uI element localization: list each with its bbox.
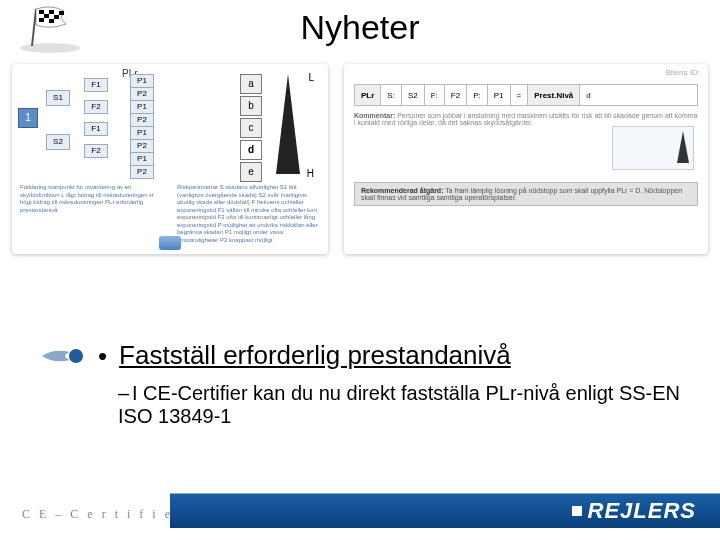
figure-pl-graph: PLr L H a b c d e 1 S1 S2 F1 F2 F1 F2 P1…	[12, 64, 328, 254]
legend-text: Förklaring startpunkt för utvärdering av…	[20, 184, 320, 244]
p-node: P2	[130, 87, 154, 101]
pl-b: b	[240, 96, 262, 116]
body-content: • Fastställ erforderlig prestandanivå –I…	[40, 340, 690, 428]
rec-label: Rekommenderad åtgärd:	[361, 187, 443, 194]
comment-label: Kommentar:	[354, 112, 395, 119]
cell-p-label: P:	[467, 85, 488, 105]
cell-eq: =	[511, 85, 529, 105]
pl-a: a	[240, 74, 262, 94]
card-b-heading: Bilens ID:	[666, 68, 700, 77]
figures-row: PLr L H a b c d e 1 S1 S2 F1 F2 F1 F2 P1…	[12, 64, 708, 254]
plus-button[interactable]	[159, 236, 181, 250]
p-node: P1	[130, 152, 154, 166]
logo-square-icon	[572, 506, 582, 516]
f-node: F1	[84, 122, 108, 136]
cell-p-val: P1	[488, 85, 511, 105]
f-node: F2	[84, 100, 108, 114]
mini-graph	[612, 126, 694, 170]
pl-levels: a b c d e	[240, 74, 262, 182]
bullet-heading: Fastställ erforderlig prestandanivå	[119, 340, 511, 371]
rejlers-logo: REJLERS	[572, 498, 696, 524]
cell-f-label: F:	[425, 85, 445, 105]
comment-text: Personer som jobbar i anslutning med mas…	[354, 112, 698, 126]
cell-plr: PLr	[355, 85, 381, 105]
triangle-icon	[276, 74, 300, 174]
svg-point-9	[69, 349, 83, 363]
comet-icon	[40, 346, 86, 366]
comment-block: Kommentar: Personer som jobbar i anslutn…	[354, 112, 698, 126]
cell-s-val: S2	[402, 85, 425, 105]
s2-node: S2	[46, 134, 70, 150]
pl-c: c	[240, 118, 262, 138]
start-node: 1	[18, 108, 38, 128]
p-node: P1	[130, 74, 154, 88]
cell-f-val: F2	[445, 85, 467, 105]
bullet-row: • Fastställ erforderlig prestandanivå	[40, 340, 690, 372]
footer: C E – C e r t i f i e r REJLERS	[0, 488, 720, 540]
brand-text: REJLERS	[588, 498, 696, 524]
p-node: P2	[130, 165, 154, 179]
p-node: P1	[130, 100, 154, 114]
pl-d: d	[240, 140, 262, 160]
f-node: F2	[84, 144, 108, 158]
triangle-icon	[677, 131, 689, 163]
cell-res-label: Prest.Nivå	[528, 85, 580, 105]
legend-left: Förklaring startpunkt för utvärdering av…	[20, 184, 163, 244]
cell-s-label: S:	[381, 85, 402, 105]
p-node: P2	[130, 113, 154, 127]
slide: Nyheter PLr L H a b c d e 1 S1 S2 F1 F2 …	[0, 0, 720, 540]
f-node: F1	[84, 78, 108, 92]
figure-result: Bilens ID: PLr S: S2 F: F2 P: P1 = Prest…	[344, 64, 708, 254]
legend-right: Riskparametrar S skadans allvarlighet S1…	[177, 184, 320, 244]
s1-node: S1	[46, 90, 70, 106]
pl-e: e	[240, 162, 262, 182]
high-label: H	[307, 168, 314, 179]
sub-text: I CE-Certifier kan du nu direkt faststäl…	[118, 382, 680, 427]
bullet-sub: –I CE-Certifier kan du nu direkt faststä…	[118, 382, 690, 428]
result-row: PLr S: S2 F: F2 P: P1 = Prest.Nivå d	[354, 84, 698, 106]
cell-res-val: d	[580, 85, 596, 105]
p-node: P1	[130, 126, 154, 140]
ce-certifier-logo: C E – C e r t i f i e r	[22, 507, 186, 522]
p-node: P2	[130, 139, 154, 153]
recommendation-block: Rekommenderad åtgärd: Ta fram lämplig lö…	[354, 182, 698, 206]
bullet-dot: •	[98, 340, 107, 372]
slide-title: Nyheter	[0, 8, 720, 47]
low-label: L	[308, 72, 314, 83]
